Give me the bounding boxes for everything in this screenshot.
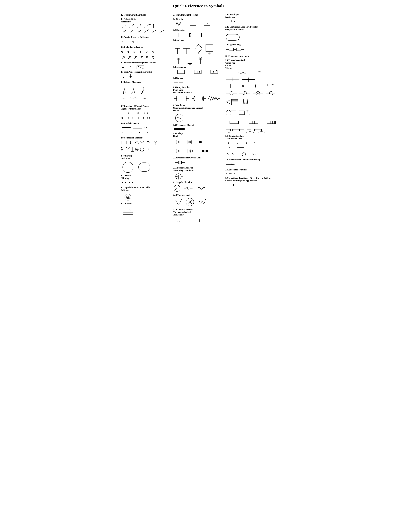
- svg-rect-164: [204, 23, 210, 25]
- svg-text:SPLICE: SPLICE: [269, 83, 274, 85]
- connection-symbols: *: [121, 140, 168, 153]
- svg-rect-301: [229, 48, 234, 51]
- svg-line-123: [142, 141, 144, 144]
- svg-text:−: −: [135, 84, 137, 88]
- svg-line-59: [152, 57, 155, 59]
- symbols-3-1-row2: [225, 77, 277, 82]
- symbols-1-11: [121, 180, 170, 185]
- subsection-1-13: 1.13 Electret: [121, 203, 170, 205]
- svg-text:❊: ❊: [133, 50, 136, 53]
- radiation-arrows: [121, 56, 163, 60]
- svg-marker-11: [149, 24, 151, 25]
- resistor-symbols: *: [173, 21, 221, 27]
- svg-point-78: [131, 93, 132, 94]
- svg-marker-121: [135, 141, 139, 144]
- subsection-2-16: 2.16 Continuous Loop Fire Detector(tempe…: [225, 25, 277, 31]
- svg-rect-233: [194, 96, 203, 101]
- isolation-symbol: [225, 183, 243, 187]
- electret-symbol: [121, 206, 135, 215]
- svg-point-74: [123, 93, 124, 94]
- subsection-2-3: 2.3 Antenna: [173, 39, 223, 42]
- subsection-1-10: 1.10 EnvelopeEnclosure: [121, 155, 170, 160]
- subsection-1-6: 1.6 Polarity Markings: [121, 81, 170, 83]
- svg-rect-229: [177, 96, 186, 101]
- symbols-2-2: [173, 32, 223, 38]
- symbols-2-17: [225, 47, 277, 52]
- capacitor-symbols: [173, 32, 214, 38]
- svg-line-285: [200, 201, 202, 204]
- svg-line-40: [122, 57, 124, 59]
- dist-lines-row1: F: [225, 146, 266, 151]
- svg-marker-104: [147, 117, 149, 119]
- symbols-1-8: ≈ ≈̲ ℵ ∿: [121, 125, 170, 135]
- subsection-1-7: 1.7 Direction of Flow of Power,Signal, o…: [121, 105, 170, 110]
- svg-line-22: [144, 30, 148, 33]
- section-2-title: 2. Fundamental Items: [173, 13, 223, 16]
- symbols-3-1-row4: [225, 90, 277, 96]
- symbols-2-9: [173, 138, 223, 146]
- subsection-1-3: 1.3 Radiation Indicators: [121, 46, 170, 49]
- subsection-2-8: 2.8 Permanent Magnet: [173, 124, 223, 127]
- shield-symbols: [121, 180, 161, 185]
- subsection-1-9: 1.9 Connection Symbols: [121, 137, 170, 139]
- symbols-1-13: [121, 206, 170, 215]
- svg-line-206: [199, 57, 199, 58]
- svg-point-238: [175, 114, 183, 122]
- svg-point-326: [230, 91, 233, 95]
- ignitor-symbol: [225, 47, 248, 52]
- svg-rect-210: [178, 70, 185, 74]
- svg-marker-130: [121, 147, 123, 148]
- symbols-2-11: [173, 173, 223, 180]
- magnet-symbol: [173, 127, 187, 131]
- svg-line-284: [199, 199, 200, 204]
- subsection-3-3: 3.3 Alternative or Conditioned Wiring: [225, 158, 277, 161]
- svg-line-24: [152, 30, 156, 33]
- symbols-1-10: [121, 161, 170, 173]
- subsection-1-12: 1.12 Special Connector or CableIndicator: [121, 186, 170, 191]
- section-1-title: 1. Qualifying Symbols: [121, 13, 170, 16]
- svg-line-26: [160, 30, 164, 33]
- section-3-title: 3. Transmission Path: [225, 55, 277, 57]
- svg-marker-100: [131, 117, 133, 119]
- svg-marker-88: [128, 112, 130, 114]
- svg-marker-23: [147, 29, 149, 30]
- symbols-1-3-svg: [121, 56, 170, 60]
- subsection-2-13: 2.13 Thermocouple: [173, 194, 223, 196]
- svg-text:*: *: [147, 148, 149, 152]
- svg-marker-245: [188, 141, 192, 143]
- svg-marker-91: [137, 112, 138, 114]
- subsection-3-4: 3.4 Associated or Future: [225, 169, 277, 171]
- svg-marker-256: [190, 150, 194, 152]
- svg-marker-295: [234, 20, 235, 22]
- svg-text:F: F: [228, 141, 229, 144]
- svg-line-279: [178, 199, 182, 205]
- subsection-1-2: 1.2 Special-Property Indicators: [121, 36, 170, 38]
- svg-text:V: V: [254, 141, 256, 144]
- svg-point-252: [177, 150, 177, 151]
- subsection-2-4: 2.4 Attenuator: [173, 66, 223, 69]
- adjustability-symbols: [121, 24, 170, 34]
- svg-text:∿: ∿: [146, 131, 149, 134]
- symbols-3-1-row7: [225, 119, 277, 126]
- future-symbol: [225, 172, 239, 175]
- subsection-2-9: 2.9 PickupHead: [173, 132, 223, 137]
- svg-point-120: [130, 143, 131, 144]
- symbols-2-8: [173, 127, 223, 131]
- svg-text:↯: ↯: [152, 50, 154, 53]
- subsection-1-11: 1.11 ShieldShielding: [121, 174, 170, 180]
- symbols-1-12: [121, 192, 170, 201]
- svg-text:×: ×: [128, 41, 129, 43]
- symbols-1-6: + − ×: [121, 84, 170, 103]
- svg-marker-220: [213, 71, 214, 73]
- dist-lines-row2: [225, 152, 266, 157]
- oscillator-symbol: [173, 113, 187, 122]
- battery-symbol: [173, 80, 191, 85]
- symbols-3-1-row3: SPLICE: [225, 83, 277, 89]
- column-3: 2.15 Spark gapIgniter gap 2.16 Continuou…: [224, 12, 277, 188]
- svg-marker-188: [195, 44, 202, 52]
- svg-line-127: [155, 141, 157, 143]
- physical-state-symbols: [121, 65, 147, 69]
- current-symbols: ≈ ≈̲ ℵ ∿: [121, 125, 160, 135]
- svg-marker-248: [199, 141, 203, 143]
- svg-marker-416: [233, 184, 235, 186]
